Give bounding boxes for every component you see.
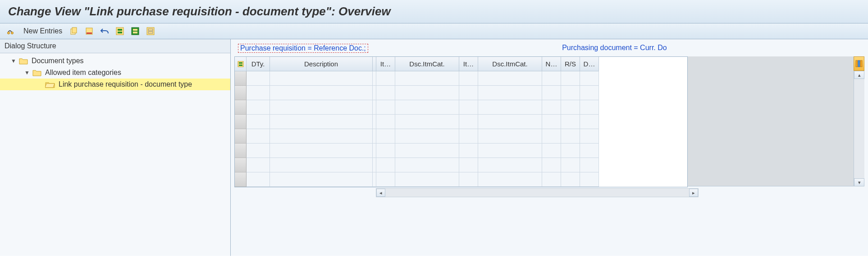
tree-label: Link purchase requisition - document typ… — [59, 80, 192, 88]
table-row[interactable] — [235, 71, 687, 86]
table-row[interactable] — [235, 172, 687, 187]
tree-label: Allowed item categories — [45, 69, 121, 77]
col-dty[interactable]: DTy. — [247, 57, 270, 71]
page-title: Change View "Link purchase requisition -… — [8, 5, 860, 19]
svg-rect-18 — [856, 60, 858, 67]
delete-icon[interactable] — [84, 26, 95, 36]
svg-rect-6 — [116, 28, 123, 35]
col-dsc-itmcat-2[interactable]: Dsc.ItmCat. — [478, 57, 542, 71]
svg-rect-12 — [147, 28, 154, 35]
tree-label: Document types — [32, 57, 84, 65]
col-description[interactable]: Description — [270, 57, 373, 71]
table-row[interactable] — [235, 86, 687, 100]
svg-rect-11 — [133, 32, 137, 33]
row-selector[interactable] — [235, 71, 247, 86]
svg-rect-15 — [238, 61, 243, 67]
vertical-scrollbar[interactable]: ▴ ▾ — [854, 71, 864, 186]
tree: ▼ Document types ▼ Allowed item categori… — [0, 53, 230, 90]
col-rs[interactable]: R/S — [561, 57, 580, 71]
grid-header-labels: Purchase requisition = Reference Doc.; P… — [234, 42, 864, 56]
svg-rect-3 — [72, 28, 77, 33]
undo-icon[interactable] — [99, 26, 110, 36]
row-selector[interactable] — [235, 100, 247, 115]
deselect-all-icon[interactable] — [145, 26, 156, 36]
horizontal-scrollbar[interactable]: ◂ ▸ — [376, 188, 699, 197]
table-row[interactable] — [235, 100, 687, 115]
scroll-track[interactable] — [854, 79, 864, 178]
col-n[interactable]: N… — [542, 57, 561, 71]
col-d[interactable]: D… — [580, 57, 599, 71]
reference-doc-label: Purchase requisition = Reference Doc.; — [238, 44, 368, 53]
expander-icon[interactable]: ▼ — [11, 58, 17, 64]
table-row[interactable] — [235, 158, 687, 172]
content-area: Purchase requisition = Reference Doc.; P… — [231, 39, 868, 256]
svg-point-0 — [8, 32, 10, 34]
col-itmcat-2[interactable]: It… — [459, 57, 478, 71]
current-doc-label: Purchasing document = Curr. Do — [368, 44, 861, 53]
select-all-icon[interactable] — [114, 26, 125, 36]
sidebar: Dialog Structure ▼ Document types ▼ Allo… — [0, 39, 231, 256]
change-icon[interactable] — [6, 26, 17, 36]
tree-node-document-types[interactable]: ▼ Document types — [0, 55, 230, 67]
table-row[interactable] — [235, 144, 687, 158]
row-selector[interactable] — [235, 86, 247, 100]
grid-header-row: DTy. Description It… Dsc.ItmCat. It… Dsc… — [235, 57, 687, 71]
configure-columns-icon[interactable] — [854, 56, 864, 71]
col-dsc-itmcat-1[interactable]: Dsc.ItmCat. — [395, 57, 459, 71]
open-folder-icon — [45, 81, 55, 88]
row-selector[interactable] — [235, 129, 247, 144]
scroll-left-icon[interactable]: ◂ — [376, 189, 385, 197]
svg-point-1 — [11, 32, 14, 34]
svg-rect-19 — [858, 60, 860, 67]
row-selector[interactable] — [235, 115, 247, 129]
svg-rect-7 — [118, 29, 122, 31]
row-selector[interactable] — [235, 158, 247, 172]
svg-rect-16 — [239, 62, 242, 64]
grid-dead-space — [688, 56, 854, 186]
tree-node-allowed-item-categories[interactable]: ▼ Allowed item categories — [0, 67, 230, 79]
main-area: Dialog Structure ▼ Document types ▼ Allo… — [0, 39, 868, 256]
svg-rect-9 — [132, 28, 139, 35]
scroll-up-icon[interactable]: ▴ — [854, 71, 864, 79]
table-row[interactable] — [235, 115, 687, 129]
scroll-down-icon[interactable]: ▾ — [854, 178, 864, 186]
data-grid[interactable]: DTy. Description It… Dsc.ItmCat. It… Dsc… — [234, 56, 688, 187]
expander-icon[interactable]: ▼ — [24, 70, 31, 76]
select-block-icon[interactable] — [130, 26, 141, 36]
folder-icon — [19, 57, 28, 65]
col-itmcat-1[interactable]: It… — [376, 57, 395, 71]
svg-rect-5 — [87, 32, 92, 34]
svg-rect-10 — [133, 29, 137, 31]
scroll-right-icon[interactable]: ▸ — [689, 189, 698, 197]
folder-icon — [32, 69, 41, 76]
new-entries-button[interactable]: New Entries — [22, 27, 64, 35]
sidebar-header: Dialog Structure — [0, 39, 230, 53]
grid-body — [235, 71, 687, 187]
copy-icon[interactable] — [69, 26, 79, 36]
toolbar: New Entries — [0, 23, 868, 39]
row-selector[interactable] — [235, 172, 247, 187]
table-row[interactable] — [235, 129, 687, 144]
svg-rect-8 — [118, 32, 122, 33]
select-all-header-icon[interactable] — [235, 57, 247, 71]
tree-node-link-purchase-requisition[interactable]: Link purchase requisition - document typ… — [0, 79, 230, 90]
svg-rect-20 — [860, 60, 862, 67]
title-bar: Change View "Link purchase requisition -… — [0, 0, 868, 23]
svg-rect-17 — [239, 65, 242, 66]
grid-gap — [373, 57, 376, 71]
row-selector[interactable] — [235, 144, 247, 158]
